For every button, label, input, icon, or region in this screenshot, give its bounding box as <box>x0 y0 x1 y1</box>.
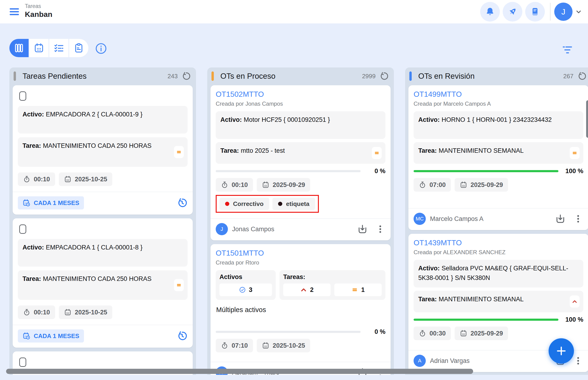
menu-button[interactable] <box>8 6 21 17</box>
task-label: Tarea: <box>418 147 437 154</box>
kanban-icon <box>14 43 24 53</box>
tab-list-view[interactable] <box>49 39 68 57</box>
work-order-link[interactable]: OT1501MTTO <box>216 249 264 257</box>
horizontal-scrollbar[interactable] <box>6 369 473 374</box>
notifications-button[interactable] <box>480 2 500 21</box>
work-order-link[interactable]: OT1499MTTO <box>414 90 462 99</box>
work-order-link[interactable]: OT1439MTTO <box>414 239 462 247</box>
assets-label: Activos <box>220 273 272 281</box>
history-button[interactable] <box>177 331 187 341</box>
download-button[interactable] <box>555 213 566 225</box>
date-chip: 2025-10-25 <box>59 305 112 319</box>
chevron-down-icon[interactable] <box>574 7 583 16</box>
tab-orders-view[interactable] <box>69 39 88 57</box>
column-count: 2999 <box>362 73 376 80</box>
calendar-icon <box>64 308 72 316</box>
refresh-button[interactable] <box>577 72 587 81</box>
high-priority-count-chip: 2 <box>283 284 331 296</box>
asset-label: Activo: <box>418 265 440 272</box>
plus-icon <box>555 345 567 357</box>
refresh-button[interactable] <box>182 72 191 81</box>
task-card[interactable]: Activo:EMPACADORA 2 { CLA-00001-9 } Tare… <box>13 85 193 215</box>
asset-field: Activo:EMPACADORA 2 { CLA-00001-9 } <box>18 106 187 133</box>
footer-actions <box>555 213 583 225</box>
asset-value: EMPACADORA 1 { CLA-00001-8 } <box>46 244 142 251</box>
top-bar: Tareas Kanban J <box>0 0 588 23</box>
task-label: Tarea: <box>418 296 437 303</box>
task-card[interactable]: Activo:EMPACADORA 1 { CLA-00001-8 } Tare… <box>13 218 193 348</box>
tasks-summary: Tareas: 2 1 <box>280 270 385 300</box>
more-menu-button[interactable] <box>573 356 583 366</box>
progress-bar: 0 % <box>216 168 385 175</box>
info-icon <box>95 42 107 55</box>
task-value: MANTENIMIENTO CADA 250 HORAS <box>43 142 151 149</box>
task-checkbox[interactable] <box>19 91 26 101</box>
footer-actions <box>357 224 385 235</box>
calendar-clock-icon <box>22 332 30 340</box>
info-button[interactable] <box>95 42 107 55</box>
more-menu-button[interactable] <box>573 214 583 224</box>
work-order-card[interactable]: OT1499MTTO Creada por Marcelo Campos A A… <box>408 85 588 230</box>
equals-icon <box>176 149 182 155</box>
divider <box>550 3 550 21</box>
calendar-clock-icon <box>22 199 30 207</box>
task-field: Tarea:MANTENIMIENTO SEMANAL <box>414 142 583 164</box>
assignee-avatar: MC <box>414 213 426 225</box>
calendar-icon <box>262 181 269 189</box>
duration-chip: 00:10 <box>18 172 55 186</box>
meta-chips: 00:30 2025-09-29 <box>414 327 583 340</box>
more-menu-button[interactable] <box>375 224 385 234</box>
column-count: 243 <box>168 73 178 80</box>
task-field: Tarea:mtto 2025 - test <box>216 142 385 164</box>
timer-icon <box>419 330 426 337</box>
progress-fill <box>414 170 558 172</box>
column-accent-bar <box>14 72 16 81</box>
docs-button[interactable] <box>525 2 545 21</box>
asset-label: Activo: <box>220 116 242 123</box>
recurrence-chip: CADA 1 MESES <box>18 196 84 209</box>
history-button[interactable] <box>177 197 187 208</box>
priority-high-badge <box>570 295 580 308</box>
card-list: Activo:EMPACADORA 2 { CLA-00001-9 } Tare… <box>9 85 196 375</box>
filter-icon <box>561 44 574 55</box>
creator-text: Creada por ALEXANDER SANCHEZ <box>414 249 583 256</box>
user-avatar[interactable]: J <box>554 2 572 21</box>
task-checkbox[interactable] <box>19 225 26 234</box>
asset-field: Activo:HORNO 1 { HORN-001 } 23423234432 <box>414 111 583 139</box>
task-value: MANTENIMIENTO SEMANAL <box>439 296 524 303</box>
summary-boxes: Activos 3 Tareas: 2 1 <box>216 270 385 300</box>
work-order-card[interactable]: OT1502MTTO Creada por Jonas Campos Activ… <box>211 85 391 240</box>
task-checkbox[interactable] <box>19 358 26 367</box>
column-scrollbar[interactable] <box>586 100 588 138</box>
progress-fill <box>414 319 558 321</box>
work-order-card[interactable]: OT1501MTTO Creada por Rtoro Activos 3 Ta… <box>211 244 391 375</box>
add-button[interactable] <box>549 338 574 364</box>
filter-button[interactable] <box>561 44 574 55</box>
assignee-name: Marcelo Campos A <box>430 215 484 223</box>
column-title: Tareas Pendientes <box>22 72 86 81</box>
top-actions: J <box>477 2 583 21</box>
work-order-link[interactable]: OT1502MTTO <box>216 90 264 99</box>
assignee-avatar: A <box>414 355 426 367</box>
whats-new-button[interactable] <box>503 2 522 21</box>
date-chip: 2025-09-29 <box>455 178 508 192</box>
calendar-icon <box>262 342 269 349</box>
check-circle-icon <box>239 286 246 293</box>
column-accent-bar <box>409 72 412 81</box>
download-button[interactable] <box>357 224 368 235</box>
refresh-button[interactable] <box>379 72 389 81</box>
meta-chips: 00:10 2025-09-29 <box>216 178 385 192</box>
tab-kanban-view[interactable] <box>9 39 29 57</box>
column-title: OTs en Proceso <box>220 72 276 81</box>
duration-chip: 00:10 <box>18 305 55 319</box>
tab-calendar-view[interactable] <box>29 39 49 57</box>
asset-value: EMPACADORA 2 { CLA-00001-9 } <box>46 111 142 118</box>
asset-field: Activo:Motor HCF25 { 00010920251 } <box>216 111 385 139</box>
equals-icon <box>374 150 380 156</box>
equals-icon <box>572 150 578 156</box>
task-value: mtto 2025 - test <box>241 147 285 154</box>
asset-field: Activo:Selladora PVC MA&EQ { GRAF-EQUI-S… <box>414 260 583 287</box>
asset-label: Activo: <box>22 111 44 118</box>
column-count: 267 <box>563 73 573 80</box>
clipboard-icon <box>73 43 84 53</box>
